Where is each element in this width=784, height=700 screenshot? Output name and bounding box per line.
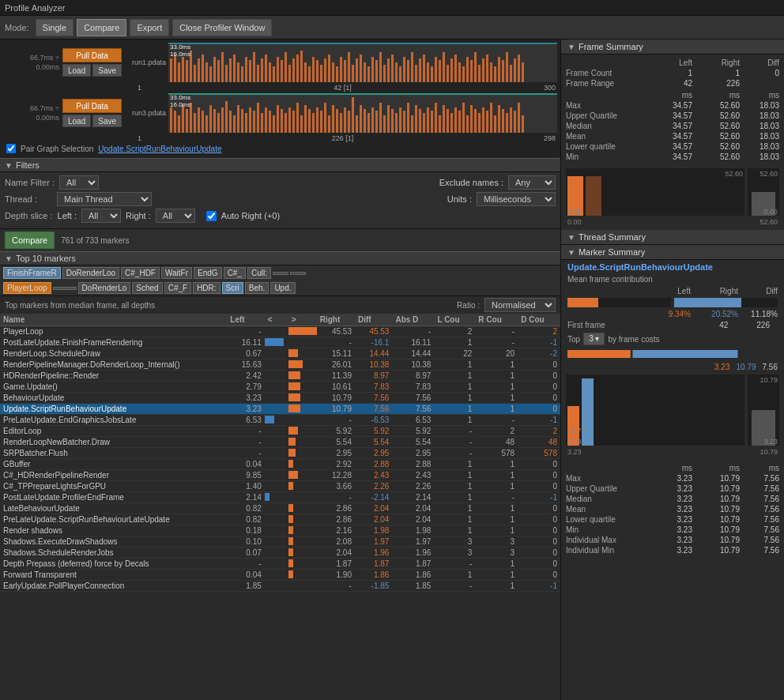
row-absd: 1.96 (392, 548, 434, 559)
table-row[interactable]: EarlyUpdate.PollPlayerConnection 1.85 - … (0, 581, 560, 592)
left-depth-select[interactable]: All (81, 209, 121, 223)
table-row[interactable]: C#_TPPrepareLightsForGPU 1.40 3.66 2.26 … (0, 481, 560, 492)
table-row[interactable]: PlayerLoop - 45.53 45.53 - 2 - 2 (0, 326, 560, 337)
chart-right-max: 52.60 (760, 170, 778, 178)
marker-tag-hdr[interactable]: HDR: (193, 282, 220, 294)
export-button[interactable]: Export (130, 19, 169, 36)
svg-rect-49 (360, 55, 362, 82)
row-right: 2.08 (317, 536, 355, 548)
marker-tag-sched[interactable]: Sched (132, 282, 162, 294)
table-row[interactable]: GBuffer 0.04 2.92 2.88 2.88 1 1 0 (0, 459, 560, 470)
run3-graph-box[interactable]: 33.0ms 16.0ms (168, 93, 557, 133)
table-row[interactable]: PreLateUpdate.EndGraphicsJobsLate 6.53 -… (0, 415, 560, 426)
thread-select[interactable]: Main Thread (57, 192, 152, 206)
row-dcou: 0 (518, 393, 560, 404)
table-row[interactable]: Forward Transparent 0.04 1.90 1.86 1.86 … (0, 570, 560, 581)
run3-load-button[interactable]: Load (62, 115, 91, 127)
row-lcou: 1 (434, 393, 475, 404)
marker-tag-empty1[interactable] (273, 272, 288, 275)
first-frame-label: First frame (567, 321, 605, 329)
table-row[interactable]: Depth Prepass (deferred) force by Decals… (0, 559, 560, 570)
units-select[interactable]: Milliseconds (477, 192, 556, 206)
svg-rect-153 (407, 103, 409, 133)
svg-rect-32 (292, 58, 295, 82)
run1-pull-data-button[interactable]: Pull Data (62, 48, 122, 62)
table-row[interactable]: PostLateUpdate.ProfilerEndFrame 2.14 - -… (0, 492, 560, 503)
run1-load-button[interactable]: Load (62, 64, 91, 77)
marker-tag-waitfr[interactable]: WaitFr (161, 267, 192, 279)
row-bar-left (265, 448, 288, 459)
ratio-select[interactable]: Normalised (484, 298, 556, 312)
row-rcou: 1 (475, 559, 518, 570)
exclude-names-select[interactable]: Any (508, 175, 556, 190)
pair-graph-checkbox[interactable] (6, 144, 16, 153)
marker-tag-playerloop[interactable]: PlayerLoop (3, 282, 51, 294)
auto-right-checkbox[interactable] (206, 211, 217, 221)
row-lcou: 1 (434, 415, 475, 426)
row-name: HDRenderPipeline::Render (0, 371, 227, 382)
row-lcou: 1 (434, 404, 475, 415)
marker-tag-upd[interactable]: Upd. (270, 282, 295, 294)
marker-tag-csharp[interactable]: C#_ (224, 267, 246, 279)
marker-tag-chf2[interactable]: C#_F (164, 282, 191, 294)
marker-tag-finishframe[interactable]: FinishFrameR (3, 267, 61, 279)
close-profiler-button[interactable]: Close Profiler Window (172, 19, 272, 36)
table-row[interactable]: RenderPipelineManager.DoRenderLoop_Inter… (0, 359, 560, 371)
row-bar-right (288, 536, 317, 548)
row-name: SRPBatcher.Flush (0, 448, 227, 459)
marker-tag-empty3[interactable] (53, 287, 77, 290)
svg-rect-19 (241, 66, 243, 82)
table-row[interactable]: RenderLoopNewBatcher.Draw - 5.54 5.54 5.… (0, 437, 560, 448)
compare-row: Compare 761 of 733 markers (0, 228, 560, 251)
run3-pull-data-button[interactable]: Pull Data (62, 99, 122, 113)
svg-rect-65 (423, 55, 425, 82)
row-diff: 2.95 (355, 448, 392, 459)
top10-triangle-icon: ▼ (5, 254, 13, 263)
table-row[interactable]: Game.Update() 2.79 10.61 7.83 7.83 1 1 0 (0, 382, 560, 393)
marker-tag-cull[interactable]: Cull: (247, 267, 271, 279)
marker-tag-dorrenderl2[interactable]: DoRenderLo (78, 282, 131, 294)
run1-graph-box[interactable]: 33.0ms 16.0ms (168, 43, 557, 82)
compare-mode-button[interactable]: Compare (77, 19, 126, 36)
marker-tag-chdf[interactable]: C#_HDF (121, 267, 160, 279)
table-row[interactable]: HDRenderPipeline::Render 2.42 11.39 8.97… (0, 371, 560, 382)
row-name: Update.ScriptRunBehaviourUpdate (0, 404, 227, 415)
run3-label: run3.pdata (125, 109, 168, 117)
table-row[interactable]: PreLateUpdate.ScriptRunBehaviourLateUpda… (0, 514, 560, 525)
marker-tag-scri[interactable]: Scri (222, 282, 243, 294)
pair-graph-link[interactable]: Update.ScriptRunBehaviourUpdate (98, 145, 221, 153)
table-row[interactable]: BehaviourUpdate 3.23 10.79 7.56 7.56 1 1… (0, 393, 560, 404)
table-row[interactable]: Update.ScriptRunBehaviourUpdate 3.23 10.… (0, 404, 560, 415)
table-row[interactable]: Shadows.ScheduleRenderJobs 0.07 2.04 1.9… (0, 548, 560, 559)
marker-tag-beh[interactable]: Beh. (245, 282, 270, 294)
table-row[interactable]: SRPBatcher.Flush - 2.95 2.95 2.95 - 578 … (0, 448, 560, 459)
row-bar-right (288, 525, 317, 536)
single-mode-button[interactable]: Single (36, 19, 74, 36)
right-depth-select[interactable]: All (156, 209, 195, 223)
table-row[interactable]: EditorLoop - 5.92 5.92 5.92 - 2 2 (0, 426, 560, 437)
table-row[interactable]: C#_HDRenderPipelineRender 9.85 12.28 2.4… (0, 470, 560, 481)
table-row[interactable]: Render shadows 0.18 2.16 1.98 1.98 1 1 0 (0, 525, 560, 536)
compare-button[interactable]: Compare (5, 231, 55, 249)
svg-rect-45 (344, 60, 346, 82)
name-filter-select[interactable]: All (59, 175, 99, 190)
frame-stat-row: Min 34.57 52.60 18.03 (566, 152, 779, 162)
svg-rect-36 (308, 66, 311, 82)
run1-save-button[interactable]: Save (92, 64, 122, 77)
row-bar-left (265, 415, 288, 426)
table-row[interactable]: PostLateUpdate.FinishFrameRendering 16.1… (0, 337, 560, 348)
top-n-button[interactable]: 3 ▾ (583, 333, 605, 345)
row-name: GBuffer (0, 459, 227, 470)
marker-tag-dorender[interactable]: DoRenderLoo (62, 267, 119, 279)
table-row[interactable]: LateBehaviourUpdate 0.82 2.86 2.04 2.04 … (0, 503, 560, 514)
table-row[interactable]: RenderLoop.ScheduleDraw 0.67 15.11 14.44… (0, 348, 560, 359)
svg-rect-75 (462, 66, 465, 82)
row-lcou: 1 (434, 470, 475, 481)
table-row[interactable]: Shadows.ExecuteDrawShadows 0.10 2.08 1.9… (0, 536, 560, 548)
ratio-label: Ratio : (457, 301, 480, 310)
marker-tag-empty2[interactable] (290, 272, 306, 275)
run3-save-button[interactable]: Save (92, 115, 122, 127)
marker-tag-endg[interactable]: EndG (194, 267, 222, 279)
col-dcou: D Cou (518, 314, 560, 326)
svg-rect-47 (352, 65, 354, 82)
